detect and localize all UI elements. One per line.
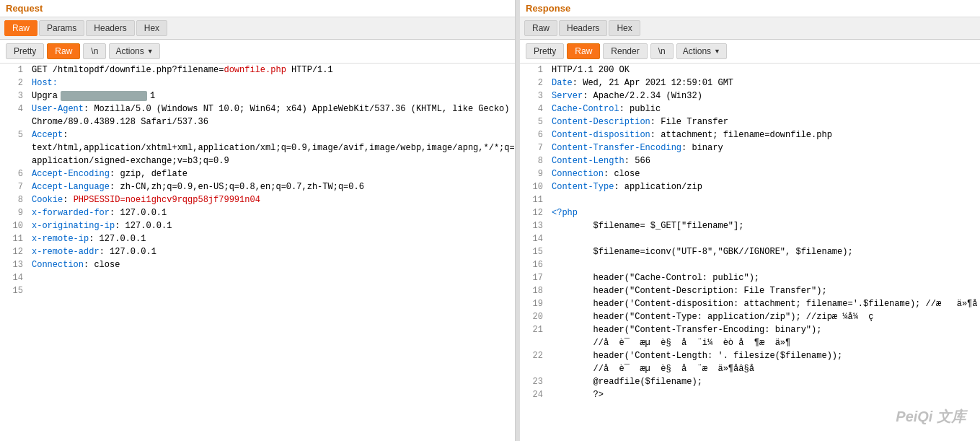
line-item: 15 [0,284,515,297]
line-item: 11x-remote-ip: 127.0.0.1 [0,232,515,245]
line-item: 8Cookie: PHPSESSID=noei1ghcv9rqgp58jf799… [0,193,515,206]
response-tab-bar: Raw Headers Hex [520,17,980,40]
tab-params-request[interactable]: Params [39,20,84,36]
request-title: Request [0,0,515,17]
response-content[interactable]: 1HTTP/1.1 200 OK 2Date: Wed, 21 Apr 2021… [520,64,980,441]
actions-dropdown-request[interactable]: Actions ▼ [109,43,159,59]
render-btn-response[interactable]: Render [603,43,647,59]
raw-btn-request[interactable]: Raw [47,43,80,59]
pretty-btn-request[interactable]: Pretty [6,43,44,59]
line-item: 12<?php [520,206,980,219]
line-item: 4User-Agent: Mozilla/5.0 (Windows NT 10.… [0,102,515,115]
raw-btn-response[interactable]: Raw [567,43,600,59]
line-item: 16 [520,258,980,271]
line-item: 7Content-Transfer-Encoding: binary [520,141,980,154]
request-tab-bar: Raw Params Headers Hex [0,17,515,40]
line-item: 5Accept: [0,128,515,141]
line-item: 12x-remote-addr: 127.0.0.1 [0,245,515,258]
tab-hex-response[interactable]: Hex [609,20,640,36]
newline-btn-request[interactable]: \n [83,43,106,59]
line-item: 6Accept-Encoding: gzip, deflate [0,167,515,180]
actions-dropdown-response[interactable]: Actions ▼ [676,43,727,59]
line-item: 23 @readfile($filename); [520,375,980,388]
newline-btn-response[interactable]: \n [650,43,674,59]
tab-raw-response[interactable]: Raw [524,20,557,36]
line-item: 4Cache-Control: public [520,102,980,115]
line-item: //å è¯ æµ è§ å ¨i¼ èò å ¶æ ä»¶ [520,336,980,349]
line-item: Chrome/89.0.4389.128 Safari/537.36 [0,115,515,128]
tab-headers-request[interactable]: Headers [86,20,134,36]
line-item: 19 header('Content-disposition: attachme… [520,297,980,310]
response-title: Response [520,0,980,17]
tab-headers-response[interactable]: Headers [559,20,607,36]
response-panel: Response Raw Headers Hex Pretty Raw Rend… [520,0,980,441]
line-item: 1GET /htmltopdf/downfile.php?filename=do… [0,64,515,77]
line-item: 3Server: Apache/2.2.34 (Win32) [520,89,980,102]
line-item: 18 header("Content-Description: File Tra… [520,284,980,297]
line-item: 9x-forwarded-for: 127.0.0.1 [0,206,515,219]
line-item: 13 $filename= $_GET["filename"]; [520,219,980,232]
line-item: 21 header("Content-Transfer-Encoding: bi… [520,323,980,336]
line-item: 10Content-Type: application/zip [520,180,980,193]
pretty-btn-response[interactable]: Pretty [526,43,564,59]
actions-arrow-request: ▼ [147,48,154,55]
line-item: 6Content-disposition: attachment; filena… [520,128,980,141]
line-item: 5Content-Description: File Transfer [520,115,980,128]
line-item: 10x-originating-ip: 127.0.0.1 [0,219,515,232]
line-item: 14 [0,271,515,284]
line-item: 8Content-Length: 566 [520,154,980,167]
response-toolbar: Pretty Raw Render \n Actions ▼ [520,40,980,64]
request-panel: Request Raw Params Headers Hex Pretty Ra… [0,0,516,441]
line-item: 17 header("Cache-Control: public"); [520,271,980,284]
line-item: 24 ?> [520,388,980,401]
line-item: 20 header("Content-Type: application/zip… [520,310,980,323]
request-content[interactable]: 1GET /htmltopdf/downfile.php?filename=do… [0,64,515,441]
watermark: PeiQi 文库 [896,407,966,427]
line-item: 13Connection: close [0,258,515,271]
line-item: 15 $filename=iconv("UTF-8","GBK//IGNORE"… [520,245,980,258]
line-item: 7Accept-Language: zh-CN,zh;q=0.9,en-US;q… [0,180,515,193]
line-item: 1HTTP/1.1 200 OK [520,64,980,77]
line-item: 2Date: Wed, 21 Apr 2021 12:59:01 GMT [520,77,980,89]
tab-raw-request[interactable]: Raw [4,20,37,36]
tab-hex-request[interactable]: Hex [136,20,167,36]
line-item: application/signed-exchange;v=b3;q=0.9 [0,154,515,167]
actions-arrow-response: ▼ [714,48,720,55]
line-item: text/html,application/xhtml+xml,applicat… [0,141,515,154]
actions-label-response: Actions [683,46,711,56]
actions-label-request: Actions [115,46,144,56]
line-item: 3Upgra1 [0,89,515,102]
line-item: 9Connection: close [520,167,980,180]
line-item: 2Host: [0,77,515,89]
line-item: 11 [520,193,980,206]
line-item: 14 [520,232,980,245]
line-item: //å è¯ æµ è§ å ¨æ ä»¶åâ§å [520,362,980,375]
line-item: 22 header('Content-Length: '. filesize($… [520,349,980,362]
request-toolbar: Pretty Raw \n Actions ▼ [0,40,515,64]
